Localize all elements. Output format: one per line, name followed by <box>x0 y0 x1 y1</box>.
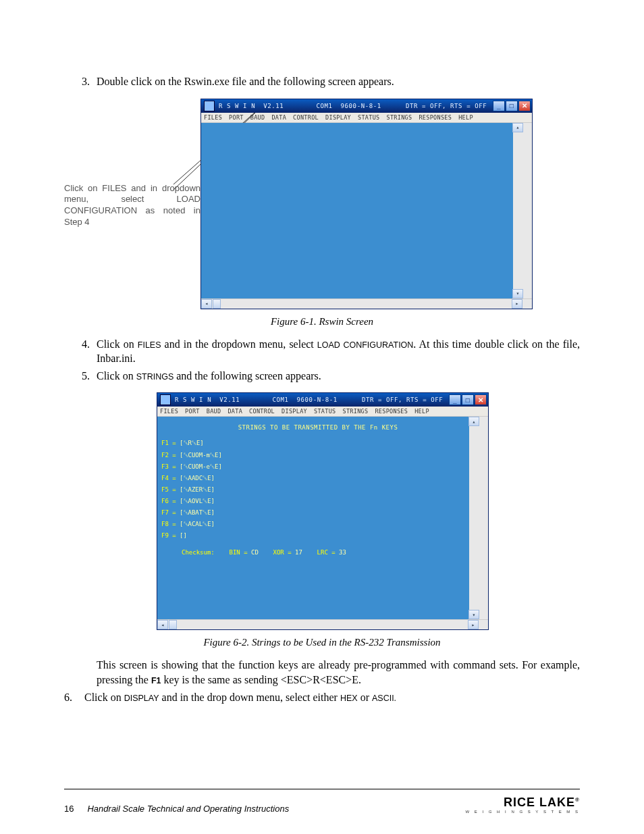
menu-control[interactable]: CONTROL <box>293 114 319 121</box>
menu-responses[interactable]: RESPONSES <box>375 408 408 415</box>
menu-port[interactable]: PORT <box>185 408 200 415</box>
menu-baud[interactable]: BAUD <box>250 114 265 121</box>
title-c: DTR = OFF, RTS = OFF <box>406 103 487 109</box>
menu-display[interactable]: DISPLAY <box>325 114 351 121</box>
checksum-row: Checksum: BIN = CD XOR = 17 LRC = 33 <box>182 547 475 558</box>
title-a: R S W I N V2.11 <box>219 103 284 109</box>
menu-ref: LOAD CONFIGURATION <box>317 340 414 350</box>
strings-header: STRINGS TO BE TRANSMITTED BY THE Fn KEYS <box>161 422 475 434</box>
title-b: COM1 9600-N-8-1 <box>316 103 381 109</box>
string-row: F3 = [␛CUOM-e␛E] <box>161 461 475 473</box>
t: and in the drop down menu, select either <box>159 692 340 703</box>
scroll-down-icon[interactable]: ▾ <box>468 610 479 619</box>
menu-control[interactable]: CONTROL <box>249 408 275 415</box>
client-area: ▴ ▾ <box>201 123 532 298</box>
menu-ref: DISPLAY <box>124 694 159 703</box>
scroll-right-icon[interactable]: ▸ <box>512 299 522 309</box>
rswin-window-1: R S W I N V2.11 COM1 9600-N-8-1 DTR = OF… <box>200 99 533 309</box>
minimize-icon[interactable]: _ <box>449 394 461 405</box>
menu-strings[interactable]: STRINGS <box>387 114 412 121</box>
menu-ref: ASCII. <box>372 694 396 703</box>
para-text: key is the same as sending <ESC>R<ESC>E. <box>161 674 361 685</box>
menu-port[interactable]: PORT <box>229 114 244 121</box>
page-number: 16 <box>64 804 74 814</box>
horizontal-scrollbar[interactable]: ◂ ▸ <box>157 619 488 629</box>
menu-status[interactable]: STATUS <box>358 114 380 121</box>
step-5: 5. Click on STRINGS and the following sc… <box>64 369 580 384</box>
menu-help[interactable]: HELP <box>414 408 429 415</box>
close-icon[interactable]: ✕ <box>518 101 531 111</box>
menu-files[interactable]: FILES <box>204 114 222 121</box>
menu-bar: FILES PORT BAUD DATA CONTROL DISPLAY STA… <box>201 113 532 123</box>
menu-responses[interactable]: RESPONSES <box>419 114 452 121</box>
maximize-icon[interactable]: □ <box>462 394 474 405</box>
menu-strings[interactable]: STRINGS <box>343 408 369 415</box>
string-row: F5 = [␛AZER␛E] <box>161 484 475 496</box>
menu-ref: HEX <box>340 694 358 703</box>
title-bar[interactable]: R S W I N V2.11 COM1 9600-N-8-1 DTR = OF… <box>201 99 532 113</box>
scroll-left-icon[interactable]: ◂ <box>201 299 212 309</box>
step-num: 3. <box>64 74 97 89</box>
menu-status[interactable]: STATUS <box>314 408 336 415</box>
rswin-window-2: R S W I N V2.11 COM1 9600-N-8-1 DTR = OF… <box>157 392 489 630</box>
book-title: Handrail Scale Technical and Operating I… <box>87 804 289 814</box>
scroll-down-icon[interactable]: ▾ <box>512 289 523 298</box>
step-3: 3. Double click on the Rswin.exe file an… <box>64 74 580 89</box>
key-ref: F1 <box>151 676 161 685</box>
maximize-icon[interactable]: □ <box>506 101 518 111</box>
figure-2-caption: Figure 6-2. Strings to be Used in the RS… <box>64 637 580 648</box>
scroll-thumb[interactable] <box>213 299 221 309</box>
step-num: 4. <box>64 337 97 366</box>
brand-logo: RICE LAKE® W E I G H I N G S Y S T E M S <box>465 796 580 814</box>
step-text: Double click on the Rswin.exe file and t… <box>97 74 580 89</box>
string-row: F7 = [␛ABAT␛E] <box>161 507 475 519</box>
title-bar[interactable]: R S W I N V2.11 COM1 9600-N-8-1 DTR = OF… <box>157 393 488 407</box>
string-row: F2 = [␛CUOM-m␛E] <box>161 450 475 461</box>
menu-data[interactable]: DATA <box>271 114 286 121</box>
t: and the following screen appears. <box>173 370 321 382</box>
t: Click on <box>97 370 136 382</box>
vertical-scrollbar[interactable]: ▴ ▾ <box>513 123 522 298</box>
menu-files[interactable]: FILES <box>160 408 178 415</box>
t: or <box>358 692 372 703</box>
step-num: 6. <box>64 690 84 705</box>
step-num: 5. <box>64 369 97 384</box>
app-icon <box>160 394 171 405</box>
t: Click on <box>84 692 124 703</box>
close-icon[interactable]: ✕ <box>475 394 487 405</box>
menu-bar: FILES PORT BAUD DATA CONTROL DISPLAY STA… <box>157 407 488 417</box>
menu-baud[interactable]: BAUD <box>207 408 221 415</box>
menu-ref: STRINGS <box>136 372 174 382</box>
step-4: 4. Click on FILES and in the dropdown me… <box>64 337 580 366</box>
client-area: STRINGS TO BE TRANSMITTED BY THE Fn KEYS… <box>157 417 488 619</box>
t: and in the dropdown menu, select <box>161 338 317 350</box>
vertical-scrollbar[interactable]: ▴ ▾ <box>469 417 479 619</box>
title-a: R S W I N V2.11 <box>175 396 240 403</box>
string-row: F9 = [] <box>161 530 475 542</box>
string-row: F8 = [␛ACAL␛E] <box>161 519 475 530</box>
string-row: F1 = [␛R␛E] <box>161 438 475 449</box>
title-b: COM1 9600-N-8-1 <box>272 396 337 403</box>
figure-1-caption: Figure 6-1. Rswin Screen <box>64 316 580 328</box>
menu-help[interactable]: HELP <box>458 114 473 121</box>
title-c: DTR = OFF, RTS = OFF <box>362 396 443 403</box>
scroll-up-icon[interactable]: ▴ <box>468 417 479 426</box>
footer-rule <box>64 789 580 789</box>
menu-ref: FILES <box>138 340 161 350</box>
scroll-up-icon[interactable]: ▴ <box>512 123 523 132</box>
menu-display[interactable]: DISPLAY <box>281 408 307 415</box>
scroll-thumb[interactable] <box>169 620 177 629</box>
t: Click on <box>97 338 138 350</box>
annotation-text: Click on FILES and in dropdown menu, sel… <box>64 99 200 229</box>
step-6: 6. Click on DISPLAY and in the drop down… <box>64 690 580 705</box>
minimize-icon[interactable]: _ <box>493 101 505 111</box>
scroll-left-icon[interactable]: ◂ <box>157 620 168 629</box>
string-row: F6 = [␛AOVL␛E] <box>161 496 475 507</box>
horizontal-scrollbar[interactable]: ◂ ▸ <box>201 298 532 309</box>
menu-data[interactable]: DATA <box>227 408 242 415</box>
string-row: F4 = [␛AADC␛E] <box>161 473 475 484</box>
scroll-right-icon[interactable]: ▸ <box>468 620 479 629</box>
app-icon <box>204 101 215 111</box>
